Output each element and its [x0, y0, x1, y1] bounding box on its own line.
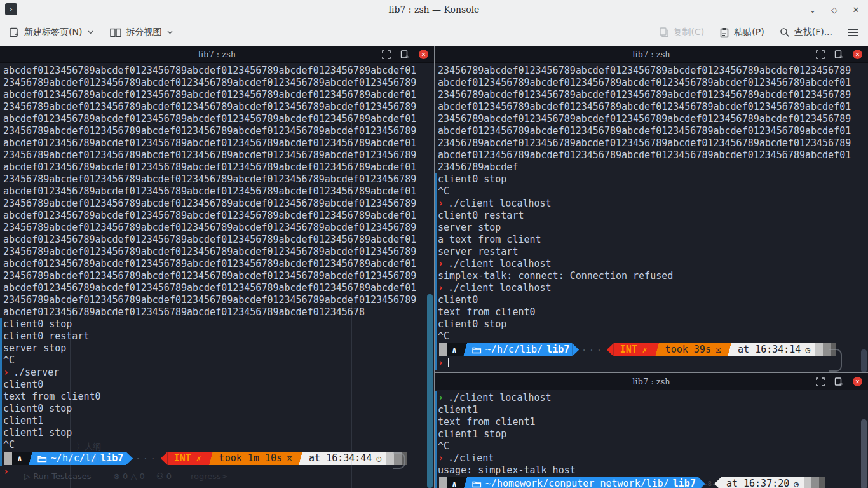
find-button[interactable]: 查找(F)... [780, 27, 832, 38]
scrollbar-handle[interactable] [861, 349, 867, 372]
scrollbar-handle[interactable] [861, 419, 867, 488]
terminal-line: abcdef0123456789abcdef0123456789abcdef01… [3, 186, 434, 198]
prompt-end-block [815, 343, 823, 356]
terminal-line: 23456789abcdef0123456789abcdef0123456789… [3, 294, 434, 306]
prompt-arrow-red: › [3, 466, 9, 477]
ghost-line [351, 109, 352, 488]
terminal-output[interactable]: 23456789abcdef0123456789abcdef0123456789… [435, 63, 868, 372]
terminal-line: abcdef0123456789abcdef0123456789abcdef01… [3, 89, 434, 101]
prompt-caret: ∧ [447, 477, 462, 488]
terminal-line: abcdef0123456789abcdef0123456789abcdef01… [438, 125, 868, 137]
terminal-line: abcdef0123456789abcdef0123456789abcdef01… [438, 149, 868, 161]
prompt-status-segment: INT✗ [168, 452, 208, 465]
powerline-prompt: ∧~/homework/conputer_network/lib/lib7-8-… [439, 477, 868, 488]
minimize-button[interactable]: ⌄ [807, 4, 818, 15]
recent-output-indicator [435, 391, 437, 488]
powerline-arrow-right [572, 343, 579, 356]
prompt-path-prefix: ~/h/c/lib/ [485, 344, 543, 356]
close-pane-icon[interactable]: ✕ [853, 377, 862, 386]
terminal-pane-right-bottom[interactable]: lib7 : zsh ✕ ›./client localhostclient1t… [435, 373, 868, 488]
terminal-line: client0 [438, 294, 868, 306]
terminal-line: abcdef0123456789abcdef0123456789abcdef01… [3, 210, 434, 222]
pane-title: lib7 : zsh [198, 50, 236, 59]
scrollbar-handle[interactable] [427, 294, 433, 488]
split-view-button[interactable]: 拆分视图 [110, 27, 173, 38]
status-label: INT [174, 452, 191, 464]
terminal-line: client0 [3, 379, 434, 391]
menu-button[interactable] [848, 28, 859, 37]
copy-button[interactable]: 复制(C) [659, 27, 705, 38]
split-view-icon [110, 28, 121, 37]
folder-icon [472, 346, 482, 354]
prompt-time-segment: at 16:34:14◷ [733, 343, 815, 356]
terminal-line: client1 stop [438, 428, 868, 440]
terminal-line: abcdef0123456789abcdef0123456789abcdef01… [3, 137, 434, 149]
powerline-separator [297, 452, 304, 465]
konsole-app-icon: › [5, 3, 17, 15]
find-label: 查找(F)... [794, 27, 832, 38]
prompt-path-prefix: ~/homework/conputer_network/lib/ [485, 478, 669, 488]
hamburger-menu-icon [848, 28, 859, 37]
terminal-splits: lib7 : zsh ✕ abcdef0123456789abcdef01234… [0, 46, 868, 488]
search-icon [780, 27, 790, 37]
new-tab-button[interactable]: 新建标签页(N) [9, 27, 93, 38]
terminal-line: client0 stop [3, 318, 434, 330]
copy-label: 复制(C) [674, 27, 705, 38]
terminal-pane-right-top[interactable]: lib7 : zsh ✕ 23456789abcdef0123456789abc… [435, 46, 868, 372]
new-tab-label: 新建标签页(N) [24, 27, 82, 38]
pane-header: lib7 : zsh ✕ [435, 373, 868, 390]
clock-icon: ◷ [794, 478, 799, 488]
expand-pane-icon[interactable] [382, 50, 391, 59]
prompt-status-segment: INT✗ [614, 343, 654, 356]
close-pane-icon[interactable]: ✕ [419, 50, 428, 59]
terminal-line: abcdef0123456789abcdef0123456789abcdef01… [3, 161, 434, 173]
terminal-line: ^C [3, 439, 434, 451]
recent-output-indicator [0, 318, 2, 466]
new-tab-icon[interactable] [834, 377, 843, 386]
prompt-os-block [439, 343, 447, 356]
terminal-line: text from client0 [438, 306, 868, 318]
prompt-path-dirname: lib7 [673, 478, 696, 488]
terminal-line: client0 stop [438, 318, 868, 330]
paste-button[interactable]: 粘贴(P) [719, 27, 764, 38]
time-label: at 16:34:14 [738, 344, 801, 356]
prompt-end-block [811, 477, 819, 488]
terminal-output[interactable]: abcdef0123456789abcdef0123456789abcdef01… [0, 63, 434, 488]
expand-pane-icon[interactable] [816, 377, 825, 386]
powerline-separator [654, 343, 660, 356]
terminal-line: 23456789abcdef0123456789abcdef0123456789… [3, 246, 434, 258]
terminal-line: 23456789abcdef0123456789abcdef0123456789… [438, 137, 868, 149]
prompt-path-dirname: lib7 [546, 344, 569, 356]
terminal-line: abcdef0123456789abcdef0123456789abcdef01… [3, 282, 434, 294]
ghost-line [0, 240, 868, 240]
close-pane-icon[interactable]: ✕ [853, 50, 862, 59]
folder-icon [472, 480, 482, 488]
terminal-line: client0 stop [3, 403, 434, 415]
maximize-button[interactable]: ◇ [829, 4, 840, 15]
prompt-arrow-green: › [438, 392, 444, 403]
terminal-pane-left[interactable]: lib7 : zsh ✕ abcdef0123456789abcdef01234… [0, 46, 434, 488]
terminal-line: server stop [3, 342, 434, 355]
terminal-line: text from client1 [438, 416, 868, 428]
expand-pane-icon[interactable] [816, 50, 825, 59]
prompt-time-segment: at 16:37:20◷ [721, 477, 804, 488]
prompt-path-dirname: lib7 [100, 452, 123, 464]
close-button[interactable]: ✕ [850, 4, 862, 15]
pane-title: lib7 : zsh [632, 377, 670, 386]
terminal-line: usage: simplex-talk host [438, 464, 868, 477]
new-tab-icon[interactable] [834, 50, 843, 59]
terminal-line: server restart [438, 246, 868, 258]
new-tab-icon[interactable] [400, 50, 409, 59]
terminal-line: ›./client localhost [438, 258, 868, 270]
terminal-line: abcdef0123456789abcdef0123456789abcdef01… [3, 306, 434, 318]
terminal-line: › [438, 357, 868, 369]
terminal-line: 23456789abcdef0123456789abcdef0123456789… [438, 113, 868, 125]
powerline-gap-dots: ··· [579, 343, 606, 356]
terminal-line: client0 restart [3, 330, 434, 342]
terminal-line: abcdef0123456789abcdef0123456789abcdef01… [3, 113, 434, 125]
terminal-output[interactable]: ›./client localhostclient1text from clie… [435, 390, 868, 488]
terminal-line: 23456789abcdef0123456789abcdef0123456789… [3, 222, 434, 234]
terminal-line: server stop [438, 222, 868, 234]
window-title: lib7 : zsh — Konsole [0, 4, 868, 15]
prompt-path-segment: ~/h/c/l/lib7 [34, 452, 126, 465]
